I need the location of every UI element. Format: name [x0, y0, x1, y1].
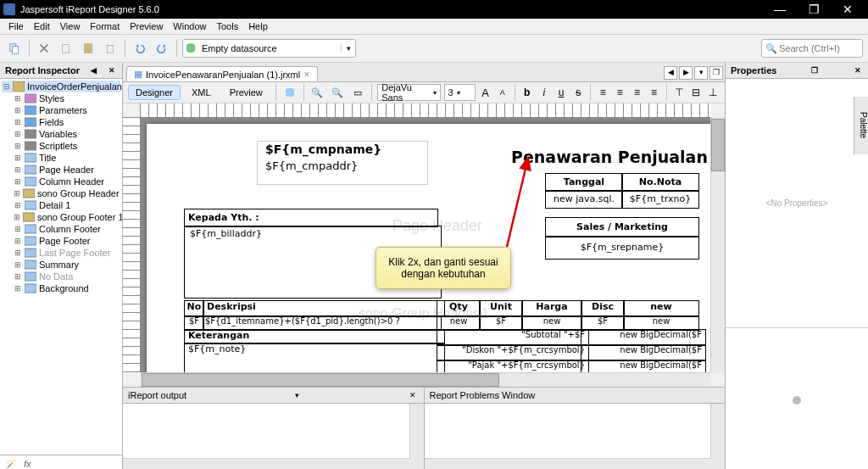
copy2-button[interactable] — [57, 39, 75, 58]
tot-l-0[interactable]: "Subtotal "+$F — [437, 329, 589, 346]
tot-r-1[interactable]: new BigDecimal($F — [581, 344, 706, 361]
chevron-down-icon[interactable]: ▾ — [341, 44, 355, 53]
font-family-select[interactable]: DejaVu Sans▾ — [377, 84, 440, 101]
panel-close-icon[interactable]: ✕ — [408, 391, 418, 399]
tab-designer[interactable]: Designer — [128, 85, 181, 100]
tree-item[interactable]: ⊞Parameters — [2, 104, 120, 116]
cell-sales-h[interactable]: Sales / Marketing — [545, 217, 699, 237]
copy-button[interactable] — [5, 39, 24, 58]
tab-list-button[interactable]: ▾ — [694, 66, 708, 80]
panel-menu-icon[interactable]: ❐ — [810, 66, 820, 75]
tot-r-2[interactable]: new BigDecimal($F — [581, 360, 706, 373]
tree-root[interactable]: ⊟ InvoiceOrderPenjualan — [2, 81, 120, 92]
tree-item[interactable]: ⊞Page Header — [2, 164, 120, 176]
tab-max-button[interactable]: ❐ — [709, 66, 723, 80]
close-button[interactable]: ✕ — [831, 0, 865, 19]
align-left-button[interactable]: ≡ — [596, 85, 609, 100]
tree-item[interactable]: ⊞Variables — [2, 128, 120, 140]
col-harga[interactable]: Harga — [521, 300, 582, 317]
col-disc[interactable]: Disc — [581, 300, 625, 317]
canvas-scrollbar-h[interactable] — [140, 372, 711, 387]
canvas-scrollbar-v[interactable] — [710, 117, 725, 373]
menu-edit[interactable]: Edit — [29, 21, 55, 31]
field-cmpaddr[interactable]: $F{m_cmpaddr} — [265, 159, 358, 172]
tree-item[interactable]: ⊞Column Header — [2, 176, 120, 187]
tab-preview[interactable]: Preview — [222, 85, 270, 100]
menu-format[interactable]: Format — [85, 21, 125, 31]
valign-bot-button[interactable]: ⊥ — [706, 85, 720, 100]
tree-item[interactable]: ⊞Last Page Footer — [2, 247, 120, 259]
col-no[interactable]: No — [184, 300, 204, 317]
inspector-tree[interactable]: ⊟ InvoiceOrderPenjualan ⊞Styles⊞Paramete… — [0, 79, 122, 455]
col-unit[interactable]: Unit — [479, 300, 523, 317]
cell-keterangan-v[interactable]: $F{m_note} — [184, 343, 445, 373]
undo-button[interactable] — [131, 39, 149, 58]
tab-xml[interactable]: XML — [184, 85, 219, 100]
search-input[interactable] — [777, 42, 849, 54]
panel-menu-icon[interactable]: ▾ — [293, 391, 301, 399]
cell-nonota-h[interactable]: No.Nota — [621, 173, 699, 192]
tree-item[interactable]: ⊞Background — [2, 282, 120, 294]
cell-tanggal-v[interactable]: new java.sql. — [545, 190, 623, 209]
align-right-button[interactable]: ≡ — [630, 85, 643, 100]
tree-item[interactable]: ⊞sono Group Footer 1 — [2, 211, 120, 223]
tot-r-0[interactable]: new BigDecimal($F — [581, 329, 706, 346]
align-justify-button[interactable]: ≡ — [648, 85, 661, 100]
font-size-select[interactable]: 3▾ — [444, 84, 476, 101]
menu-preview[interactable]: Preview — [125, 21, 168, 31]
cut-button[interactable] — [35, 39, 53, 58]
panel-close-icon[interactable]: ✕ — [107, 66, 117, 75]
scrollbar[interactable] — [409, 404, 424, 469]
report-title[interactable]: Penawaran Penjualan — [511, 148, 708, 166]
font-dec-button[interactable]: A — [496, 85, 509, 100]
tab-prev-button[interactable]: ◀ — [664, 66, 677, 80]
menu-window[interactable]: Window — [168, 21, 211, 31]
fx-icon[interactable]: fx — [24, 459, 31, 469]
scrollbar[interactable] — [123, 458, 410, 469]
panel-menu-icon[interactable]: ◀ — [89, 66, 98, 75]
tree-item[interactable]: ⊞No Data — [2, 271, 120, 282]
scrollbar[interactable] — [710, 404, 725, 469]
menu-file[interactable]: File — [3, 21, 29, 31]
col-deskripsi[interactable]: Deskripsi — [203, 300, 445, 317]
menu-tools[interactable]: Tools — [211, 21, 243, 31]
tree-item[interactable]: ⊞Column Footer — [2, 223, 120, 235]
palette-tab[interactable]: Palette — [854, 97, 868, 154]
tree-item[interactable]: ⊞Fields — [2, 116, 120, 128]
tab-close-icon[interactable]: ✕ — [303, 70, 310, 79]
editor-tab[interactable]: ▦ InvoicePenawaranPenjualan (1).jrxml ✕ — [126, 66, 318, 81]
minimize-button[interactable]: — — [763, 0, 797, 19]
field-cmpname[interactable]: $F{m_cmpname} — [265, 142, 381, 156]
tree-item[interactable]: ⊞sono Group Header 1 — [2, 187, 120, 199]
font-inc-button[interactable]: A — [479, 85, 492, 100]
zoom-in-button[interactable]: 🔍 — [309, 83, 326, 102]
strike-button[interactable]: s — [571, 85, 585, 100]
ruler-vertical[interactable] — [123, 117, 141, 373]
col-qty[interactable]: Qty — [437, 300, 481, 317]
cell-tanggal-h[interactable]: Tanggal — [545, 173, 623, 192]
panel-close-icon[interactable]: ✕ — [853, 66, 863, 75]
col-new[interactable]: new — [623, 300, 699, 317]
delete-button[interactable] — [101, 39, 120, 58]
canvas[interactable]: Page Header sono Group Header 1 $F{m_cmp… — [140, 117, 711, 373]
tree-item[interactable]: ⊞Styles — [2, 92, 120, 104]
paste-button[interactable] — [79, 39, 97, 58]
zoom-out-button[interactable]: 🔍 — [329, 83, 346, 102]
search-box[interactable]: 🔍 — [761, 39, 863, 58]
menu-help[interactable]: Help — [243, 21, 273, 31]
align-center-button[interactable]: ≡ — [613, 85, 626, 100]
wand-icon[interactable]: 🪄 — [5, 459, 17, 470]
valign-mid-button[interactable]: ⊟ — [689, 85, 703, 100]
cell-sales-v[interactable]: $F{m_srepname} — [545, 236, 699, 260]
valign-top-button[interactable]: ⊤ — [672, 85, 686, 100]
tree-item[interactable]: ⊞Detail 1 — [2, 199, 120, 211]
redo-button[interactable] — [153, 39, 171, 58]
tree-item[interactable]: ⊞Summary — [2, 259, 120, 271]
italic-button[interactable]: i — [537, 85, 551, 100]
tot-l-2[interactable]: "Pajak "+$F{m_crcsymbol} — [437, 360, 589, 373]
tab-next-button[interactable]: ▶ — [679, 66, 693, 80]
tree-item[interactable]: ⊞Page Footer — [2, 235, 120, 247]
bold-button[interactable]: b — [520, 85, 534, 100]
datasource-selector[interactable]: Empty datasource ▾ — [182, 39, 356, 58]
tot-l-1[interactable]: "Diskon "+$F{m_crcsymbol} — [437, 344, 589, 361]
